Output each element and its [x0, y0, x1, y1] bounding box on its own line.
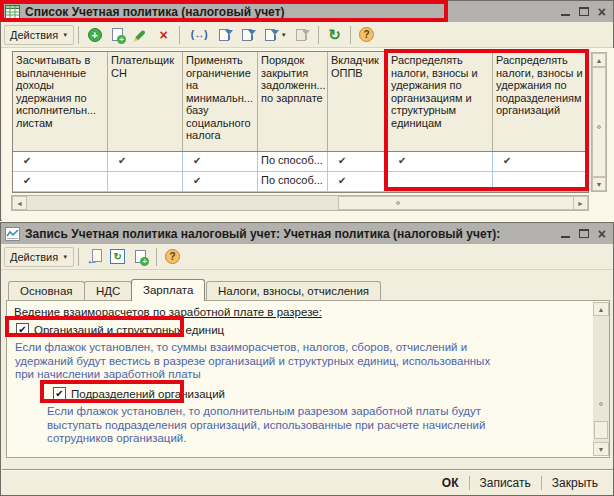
scroll-down-icon[interactable]: ▼: [593, 442, 609, 456]
footer-buttons: ОК Записать Закрыть: [432, 473, 608, 493]
table-row[interactable]: ✔ ✔ ✔ По способ... ✔ ✔ ✔: [13, 152, 588, 172]
copy-button[interactable]: +: [130, 247, 151, 267]
record-window-titlebar[interactable]: Запись Учетная политика налоговый учет: …: [1, 223, 613, 244]
add-button[interactable]: +: [84, 25, 105, 45]
scrollbar-thumb[interactable]: [594, 421, 608, 439]
vertical-scrollbar[interactable]: ▲ ▼: [591, 52, 607, 192]
refresh-button[interactable]: ↻: [324, 25, 345, 45]
copy-icon: +: [112, 28, 123, 41]
checkmark-icon: ✔: [338, 175, 346, 186]
minimize-icon[interactable]: [561, 7, 570, 16]
edit-button[interactable]: [130, 25, 151, 45]
write-close-icon: ←: [87, 249, 102, 264]
ok-button[interactable]: ОК: [432, 474, 469, 492]
section-label: Ведение взаиморасчетов по заработной пла…: [14, 306, 322, 318]
tab-vat[interactable]: НДС: [84, 281, 132, 300]
chevron-down-icon: ▼: [281, 32, 287, 38]
edit-pencil-icon: [135, 29, 146, 40]
tab-main[interactable]: Основная: [8, 281, 85, 300]
scroll-left-icon[interactable]: ◄: [12, 196, 27, 210]
checkmark-icon: ✔: [118, 155, 126, 166]
salary-tab-panel: Ведение взаиморасчетов по заработной пла…: [6, 300, 610, 458]
scroll-up-icon[interactable]: ▲: [592, 53, 606, 67]
scroll-right-icon[interactable]: ►: [573, 196, 588, 210]
filter-history-button[interactable]: ▼: [261, 25, 290, 45]
actions-menu-button[interactable]: Действия ▼: [4, 25, 74, 45]
scroll-down-icon[interactable]: ▼: [592, 177, 606, 191]
toolbar-separator: [318, 26, 319, 44]
list-client-area: Засчитывать в выплаченные доходы удержан…: [2, 48, 614, 221]
cell-text: По способ...: [258, 152, 328, 171]
filter-by-value-button[interactable]: [238, 25, 259, 45]
checkmark-icon: ✔: [193, 175, 201, 186]
column-header: Порядок закрытия задолженн... по зарплат…: [258, 52, 328, 151]
checkbox-label: Подразделений организаций: [71, 388, 225, 400]
close-icon[interactable]: ×: [598, 229, 606, 239]
filter-history-icon: [265, 28, 279, 42]
table-header-row: Засчитывать в выплаченные доходы удержан…: [13, 52, 588, 152]
copy-button[interactable]: +: [107, 25, 128, 45]
delete-icon: ×: [160, 28, 168, 42]
scrollbar-thumb[interactable]: [338, 196, 574, 210]
toolbar-separator: [78, 26, 79, 44]
checkmark-icon: ✔: [23, 155, 31, 166]
close-button[interactable]: Закрыть: [542, 474, 608, 492]
delete-button[interactable]: ×: [153, 25, 174, 45]
help-button[interactable]: ?: [356, 25, 377, 45]
checkbox-label: Организаций и структурных единиц: [34, 324, 224, 336]
footer-separator: [2, 469, 613, 471]
register-record-icon: [5, 227, 20, 241]
screenshot-root: Список Учетная политика (налоговый учет)…: [0, 0, 614, 496]
vertical-scrollbar[interactable]: ▲ ▼: [593, 302, 609, 456]
toolbar-separator: [179, 26, 180, 44]
scroll-up-icon[interactable]: ▲: [593, 302, 609, 316]
close-icon[interactable]: ×: [598, 7, 606, 17]
copy-icon: +: [135, 250, 146, 263]
toolbar-separator: [78, 248, 79, 266]
scrollbar-grip: [396, 201, 400, 205]
scrollbar-thumb[interactable]: [592, 67, 606, 177]
org-structural-units-checkbox[interactable]: ✔ Организаций и структурных единиц: [16, 322, 224, 337]
list-window-title: Список Учетная политика (налоговый учет): [25, 5, 285, 19]
write-and-close-button[interactable]: ←: [84, 247, 105, 267]
checkmark-icon: ✔: [398, 155, 406, 166]
help-icon: ?: [359, 27, 374, 42]
maximize-icon[interactable]: [579, 7, 589, 16]
reread-button[interactable]: ↻: [107, 247, 128, 267]
write-button[interactable]: Записать: [470, 474, 541, 492]
scrollbar-grip: [599, 402, 603, 406]
refresh-icon: ↻: [328, 27, 341, 42]
add-icon: +: [88, 28, 102, 42]
clear-filter-icon: [296, 28, 310, 42]
chevron-down-icon: ▼: [62, 254, 68, 260]
maximize-icon[interactable]: [579, 229, 589, 238]
column-header: Плательщик СН: [108, 52, 183, 151]
filter-by-value-icon: [242, 28, 256, 42]
column-header-distribute-subdiv: Распределять налоги, взносы и удержания …: [493, 52, 588, 151]
set-interval-button[interactable]: (↔): [185, 25, 213, 45]
sub-checkbox-hint: Если флажок установлен, то дополнительны…: [47, 405, 507, 446]
clear-filter-button[interactable]: [292, 25, 313, 45]
actions-menu-button[interactable]: Действия ▼: [4, 247, 74, 267]
checkmark-icon: ✔: [23, 175, 31, 186]
checkmark-icon: ✔: [503, 155, 511, 166]
cell-text: По способ...: [258, 172, 328, 191]
column-header: Применять ограничение на минимальн... ба…: [183, 52, 258, 151]
help-button[interactable]: ?: [162, 247, 183, 267]
filter-settings-icon: [219, 28, 233, 42]
horizontal-scrollbar[interactable]: ◄ ►: [11, 195, 589, 211]
tab-salary[interactable]: Зарплата: [131, 279, 205, 301]
tab-taxes[interactable]: Налоги, взносы, отчисления: [206, 281, 381, 300]
filter-settings-button[interactable]: [215, 25, 236, 45]
minimize-icon[interactable]: [561, 229, 570, 238]
checkmark-icon: ✔: [193, 155, 201, 166]
org-checkbox-hint: Если флажок установлен, то суммы взаимор…: [15, 341, 515, 382]
list-window-titlebar[interactable]: Список Учетная политика (налоговый учет)…: [1, 1, 613, 22]
table-row[interactable]: ✔ ✔ По способ... ✔: [13, 172, 588, 192]
subdivisions-checkbox[interactable]: ✔ Подразделений организаций: [53, 386, 225, 401]
checkmark-icon: ✔: [338, 155, 346, 166]
list-window-toolbar: Действия ▼ + + × (↔) ▼ ↻: [1, 22, 613, 48]
toolbar-separator: [156, 248, 157, 266]
record-window-title: Запись Учетная политика налоговый учет: …: [25, 227, 500, 241]
column-header: Вкладчик ОППВ: [328, 52, 388, 151]
